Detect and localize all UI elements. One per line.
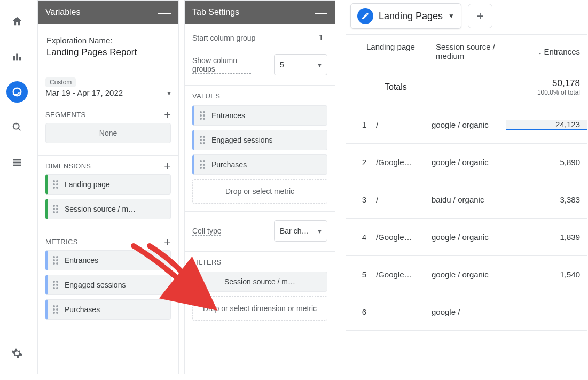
row-metric-value: 5,890 bbox=[521, 158, 587, 167]
bar-chart-icon[interactable] bbox=[6, 46, 28, 67]
row-source-medium: baidu / organic bbox=[432, 195, 506, 204]
drag-handle-icon[interactable] bbox=[200, 111, 206, 120]
chevron-down-icon: ▾ bbox=[318, 227, 322, 235]
table-header: Landing page Session source / medium ↓ E… bbox=[346, 35, 587, 68]
list-icon[interactable] bbox=[6, 152, 28, 173]
drag-handle-icon[interactable] bbox=[200, 136, 206, 144]
values-title: VALUES bbox=[192, 92, 327, 100]
metrics-section: METRICS + Entrances Engaged sessions Pur… bbox=[38, 231, 178, 331]
svg-rect-5 bbox=[13, 159, 21, 161]
filters-section: FILTERS Session source / m… Drop or sele… bbox=[185, 252, 335, 328]
row-source-medium: google / organic bbox=[432, 120, 506, 129]
column-header-entrances[interactable]: ↓ Entrances bbox=[506, 35, 587, 68]
value-chip-purchases[interactable]: Purchases bbox=[192, 154, 327, 175]
table-row[interactable]: 3 / baidu / organic 3,383 bbox=[346, 181, 587, 219]
row-landing-page: /Google… bbox=[376, 232, 432, 242]
column-group-section: Start column group 1 Show column groups … bbox=[185, 24, 335, 86]
row-metric-value: 3,383 bbox=[521, 195, 587, 204]
tab-settings-panel: Tab Settings — Start column group 1 Show… bbox=[184, 0, 335, 374]
table-row[interactable]: 6 google / bbox=[346, 293, 587, 331]
values-drop-target[interactable]: Drop or select metric bbox=[192, 179, 327, 204]
dimensions-section: DIMENSIONS + Landing page Session source… bbox=[38, 156, 178, 231]
exploration-name-input[interactable]: Landing Pages Report bbox=[46, 47, 170, 58]
totals-row: Totals 50,178 100.0% of total bbox=[346, 68, 587, 106]
cell-type-select[interactable]: Bar ch… ▾ bbox=[274, 220, 327, 242]
segments-section: SEGMENTS + None bbox=[38, 104, 178, 156]
date-badge: Custom bbox=[45, 77, 76, 87]
cell-type-label: Cell type bbox=[192, 227, 221, 236]
gear-icon[interactable] bbox=[6, 343, 28, 364]
row-index: 2 bbox=[346, 158, 376, 167]
segments-none[interactable]: None bbox=[45, 123, 171, 143]
row-landing-page: / bbox=[376, 120, 432, 129]
table-row[interactable]: 4 /Google… google / organic 1,839 bbox=[346, 219, 587, 256]
column-header-source-medium[interactable]: Session source / medium bbox=[432, 35, 506, 68]
drag-handle-icon[interactable] bbox=[53, 205, 59, 213]
row-metric-value: 1,839 bbox=[521, 232, 587, 242]
home-icon[interactable] bbox=[6, 11, 28, 32]
row-landing-page: / bbox=[376, 195, 432, 204]
start-column-input[interactable]: 1 bbox=[315, 33, 327, 43]
drag-handle-icon[interactable] bbox=[53, 305, 59, 314]
value-chip-entrances[interactable]: Entrances bbox=[192, 105, 327, 126]
data-table: Landing page Session source / medium ↓ E… bbox=[346, 34, 587, 331]
drag-handle-icon[interactable] bbox=[200, 160, 206, 169]
row-landing-page: /Google… bbox=[376, 270, 432, 279]
exploration-name-label: Exploration Name: bbox=[46, 36, 170, 45]
chevron-down-icon: ▾ bbox=[167, 89, 171, 97]
row-source-medium: google / organic bbox=[432, 270, 506, 279]
row-landing-page: /Google… bbox=[376, 158, 432, 167]
drag-handle-icon[interactable] bbox=[53, 256, 59, 265]
tab-bar: Landing Pages ▼ + bbox=[346, 0, 587, 29]
totals-value: 50,178 bbox=[506, 78, 580, 89]
svg-rect-2 bbox=[19, 57, 21, 60]
svg-rect-1 bbox=[16, 54, 18, 61]
table-row[interactable]: 5 /Google… google / organic 1,540 bbox=[346, 256, 587, 293]
value-chip-engaged-sessions[interactable]: Engaged sessions bbox=[192, 130, 327, 150]
tab-settings-header: Tab Settings — bbox=[185, 1, 335, 24]
drag-handle-icon[interactable] bbox=[53, 281, 59, 289]
tab-settings-title: Tab Settings bbox=[192, 7, 239, 17]
chevron-down-icon[interactable]: ▼ bbox=[448, 12, 454, 20]
variables-header: Variables — bbox=[38, 1, 178, 24]
metric-chip-entrances[interactable]: Entrances bbox=[45, 250, 171, 270]
sort-desc-icon: ↓ bbox=[538, 48, 542, 56]
active-tab[interactable]: Landing Pages ▼ bbox=[350, 3, 461, 29]
filters-drop-target[interactable]: Drop or select dimension or metric bbox=[192, 296, 327, 321]
show-column-groups-label: Show column groups bbox=[192, 56, 251, 74]
row-index: 4 bbox=[346, 232, 376, 242]
filter-chip-session-source[interactable]: Session source / m… bbox=[192, 272, 327, 292]
dimension-chip-session-source[interactable]: Session source / m… bbox=[45, 199, 171, 219]
nav-rail bbox=[0, 0, 34, 380]
row-metric-value: 1,540 bbox=[521, 270, 587, 279]
svg-rect-7 bbox=[13, 165, 21, 166]
metric-chip-purchases[interactable]: Purchases bbox=[45, 299, 171, 320]
date-range-picker[interactable]: Custom Mar 19 - Apr 17, 2022 ▾ bbox=[38, 72, 178, 104]
dimension-chip-landing-page[interactable]: Landing page bbox=[45, 174, 171, 195]
add-tab-button[interactable]: + bbox=[468, 4, 492, 28]
start-column-label: Start column group bbox=[192, 34, 255, 42]
show-column-groups-select[interactable]: 5 ▾ bbox=[274, 54, 327, 75]
metrics-title: METRICS bbox=[45, 238, 78, 246]
row-source-medium: google / organic bbox=[432, 232, 506, 242]
report-canvas: Landing Pages ▼ + Landing page Session s… bbox=[346, 0, 587, 374]
cell-type-section: Cell type Bar ch… ▾ bbox=[185, 212, 335, 252]
date-range-text: Mar 19 - Apr 17, 2022 bbox=[45, 88, 123, 97]
metric-chip-engaged-sessions[interactable]: Engaged sessions bbox=[45, 275, 171, 295]
cursor-click-icon[interactable] bbox=[6, 117, 28, 138]
row-source-medium: google / organic bbox=[432, 158, 506, 167]
values-section: VALUES Entrances Engaged sessions Purcha… bbox=[185, 86, 335, 212]
row-index: 1 bbox=[346, 120, 376, 129]
table-row[interactable]: 1 / google / organic 24,123 bbox=[346, 106, 587, 144]
pencil-icon bbox=[357, 8, 373, 24]
exploration-name-section: Exploration Name: Landing Pages Report bbox=[38, 24, 178, 72]
filters-title: FILTERS bbox=[192, 258, 327, 266]
explore-icon[interactable] bbox=[6, 81, 28, 103]
row-index: 6 bbox=[346, 307, 376, 316]
totals-label: Totals bbox=[346, 82, 506, 92]
row-source-medium: google / bbox=[432, 307, 506, 316]
tab-name: Landing Pages bbox=[379, 11, 443, 22]
drag-handle-icon[interactable] bbox=[53, 180, 59, 189]
column-header-landing-page[interactable]: Landing page bbox=[346, 35, 432, 68]
table-row[interactable]: 2 /Google… google / organic 5,890 bbox=[346, 144, 587, 181]
